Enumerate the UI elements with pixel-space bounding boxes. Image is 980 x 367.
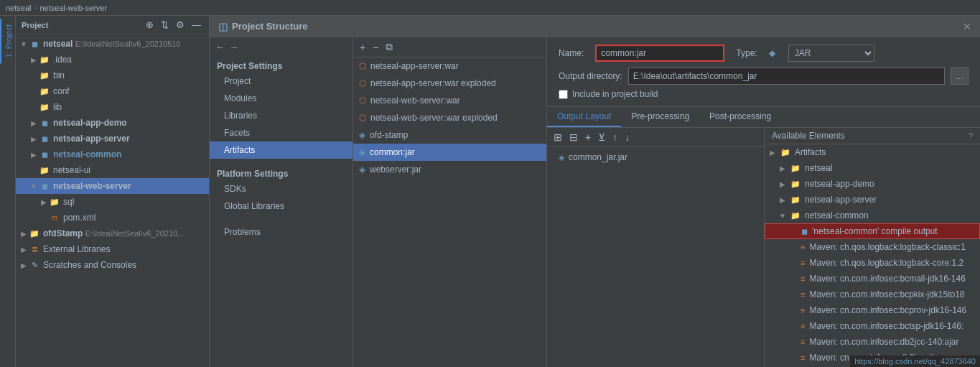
tree-conf[interactable]: 📁 conf [16, 83, 209, 99]
tree-web-server[interactable]: ▼ ◼ netseal-web-server [16, 178, 209, 194]
artifact-list: ⬡ netseal-app-server:war ⬡ netseal-app-s… [353, 57, 546, 367]
tab-preprocessing[interactable]: Pre-processing [621, 107, 699, 127]
tree-ofdstamp[interactable]: ▶ 📁 ofdStamp E:\Idea\NetSeal\v6_20210... [16, 226, 209, 241]
artifacts-arrow: ▶ [767, 149, 778, 157]
artifact-item-web-server-war-ex[interactable]: ⬡ netseal-web-server:war exploded [353, 109, 546, 126]
ps-nav-arrows: ← → [210, 37, 353, 57]
sync-icon[interactable]: ⊕ [144, 19, 156, 31]
ps-nav-artifacts[interactable]: Artifacts [210, 141, 353, 159]
ps-dialog-title: ◫ Project Structure [218, 21, 307, 32]
root-module-icon: ◼ [29, 38, 40, 50]
output-add-icon[interactable]: + [583, 131, 593, 144]
common-jar-icon: ◈ [359, 147, 365, 157]
avail-tree-app-server[interactable]: ▶ 📁 netseal-app-server [765, 192, 980, 208]
artifact-remove-button[interactable]: − [370, 41, 381, 54]
artifact-add-button[interactable]: + [358, 41, 368, 54]
output-layout-icon[interactable]: ⊞ [551, 131, 564, 144]
type-select[interactable]: JAR [788, 45, 874, 62]
avail-tree-app-demo[interactable]: ▶ 📁 netseal-app-demo [765, 176, 980, 192]
tree-external-libs[interactable]: ▶ ≣ External Libraries [16, 241, 209, 257]
ps-close-button[interactable]: ✕ [963, 21, 971, 32]
artifact-item-app-server-war[interactable]: ⬡ netseal-app-server:war [353, 57, 546, 75]
ps-nav-facets[interactable]: Facets [210, 124, 353, 141]
output-add-dir-icon[interactable]: ⊟ [567, 131, 580, 144]
artifact-item-app-server-war-ex[interactable]: ⬡ netseal-app-server:war exploded [353, 75, 546, 92]
artifact-item-common-jar[interactable]: ◈ common:jar [353, 144, 546, 161]
sort-icon[interactable]: ⇅ [159, 19, 171, 31]
sql-arrow: ▶ [39, 198, 49, 206]
output-dir-input[interactable] [628, 68, 945, 85]
include-in-build-row: Include in project build [559, 89, 969, 99]
avail-tree-bcpkix[interactable]: ≡ Maven: cn.com.infosec:bcpkix-jdk15to18 [765, 287, 980, 302]
app-server-avail-icon: 📁 [790, 195, 801, 205]
ps-nav-modules[interactable]: Modules [210, 90, 353, 107]
avail-tree-netseal[interactable]: ▶ 📁 netseal [765, 160, 980, 176]
common-label: netseal-common [53, 149, 121, 159]
output-dir-browse-button[interactable]: … [951, 68, 969, 85]
ps-nav-sdks[interactable]: SDKs [210, 180, 353, 198]
close-sidebar-icon[interactable]: — [190, 19, 203, 31]
avail-tree-artifacts[interactable]: ▶ 📁 Artifacts [765, 144, 980, 160]
ps-back-button[interactable]: ← [215, 42, 225, 52]
output-down-icon[interactable]: ↓ [622, 131, 632, 144]
type-label: Type: [736, 48, 757, 58]
tab-postprocessing[interactable]: Post-processing [699, 107, 781, 127]
avail-tree-bcprov[interactable]: ≡ Maven: cn.com.infosec:bcprov-jdk16-146 [765, 302, 980, 318]
tab-output-layout[interactable]: Output Layout [547, 107, 621, 127]
tree-pom[interactable]: m pom.xml [16, 210, 209, 226]
ps-nav-project[interactable]: Project [210, 73, 353, 90]
avail-tree-compile-output[interactable]: ◼ 'netseal-common' compile output [765, 223, 980, 239]
avail-tree-bcmail[interactable]: ≡ Maven: cn.com.infosec:bcmail-jdk16-146 [765, 271, 980, 287]
output-jar-label: common_jar.jar [569, 152, 627, 162]
artifact-item-webserver-jar[interactable]: ◈ webserver:jar [353, 161, 546, 178]
avail-tree-bctsp[interactable]: ≡ Maven: cn.com.infosec:bctsp-jdk16-146: [765, 318, 980, 334]
project-tab[interactable]: 1: Project [0, 19, 16, 63]
artifact-item-web-server-war[interactable]: ⬡ netseal-web-server:war [353, 92, 546, 109]
output-layout-left: ⊞ ⊟ + ⊻ ↑ ↓ ◈ common_jar.jar [547, 128, 765, 367]
output-up-icon[interactable]: ↑ [610, 131, 620, 144]
tree-lib[interactable]: 📁 lib [16, 99, 209, 115]
tree-root[interactable]: ▼ ◼ netseal E:\Idea\NetSeal\v6_20210510 [16, 36, 209, 52]
output-extract-icon[interactable]: ⊻ [596, 131, 607, 144]
include-in-build-checkbox[interactable] [559, 90, 568, 99]
avail-tree-netseal-common[interactable]: ▼ 📁 netseal-common [765, 208, 980, 223]
tree-app-demo[interactable]: ▶ ◼ netseal-app-demo [16, 115, 209, 131]
ps-nav-global-libs[interactable]: Global Libraries [210, 198, 353, 215]
tree-ui[interactable]: 📁 netseal-ui [16, 162, 209, 178]
tree-sql[interactable]: ▶ 📁 sql [16, 194, 209, 210]
ui-folder-icon: 📁 [39, 164, 50, 176]
url-text: https://blog.csdn.net/qq_42873640 [854, 357, 976, 366]
app-demo-avail-arrow: ▶ [778, 180, 788, 188]
web-server-label: netseal-web-server [53, 181, 131, 191]
tree-app-server[interactable]: ▶ ◼ netseal-app-server [16, 131, 209, 147]
common-arrow: ▶ [29, 151, 39, 159]
tree-idea[interactable]: ▶ 📁 .idea [16, 52, 209, 68]
avail-tree-logback-core[interactable]: ≡ Maven: ch.qos.logback:logback-core:1.2 [765, 255, 980, 271]
ui-label: netseal-ui [53, 165, 90, 175]
artifact-item-ofd-stamp[interactable]: ◈ ofd-stamp [353, 126, 546, 144]
tree-bin[interactable]: 📁 bin [16, 68, 209, 83]
sidebar-header: Project ⊕ ⇅ ⚙ — [16, 16, 209, 34]
ext-lib-label: External Libraries [43, 244, 110, 254]
output-dir-label: Output directory: [559, 71, 622, 81]
artifact-copy-button[interactable]: ⧉ [383, 40, 395, 54]
avail-tree-db2jcc[interactable]: ≡ Maven: cn.com.infosec:db2jcc-140:ajar [765, 334, 980, 350]
ps-nav-libraries[interactable]: Libraries [210, 107, 353, 124]
ps-nav-problems[interactable]: Problems [210, 223, 353, 241]
ps-forward-button[interactable]: → [229, 42, 238, 52]
output-jar-item[interactable]: ◈ common_jar.jar [547, 149, 764, 165]
netseal-arrow: ▶ [778, 164, 788, 172]
netseal-avail-label: netseal [805, 163, 833, 173]
avail-tree-logback-classic[interactable]: ≡ Maven: ch.qos.logback:logback-classic:… [765, 239, 980, 255]
gear-icon[interactable]: ⚙ [174, 19, 187, 31]
type-diamond-icon: ◆ [769, 48, 775, 58]
ps-dialog-header: ◫ Project Structure ✕ [210, 16, 980, 37]
app-server-label: netseal-app-server [53, 134, 130, 144]
webserver-jar-icon: ◈ [359, 164, 365, 175]
config-tabs: Output Layout Pre-processing Post-proces… [547, 107, 980, 128]
available-help-icon[interactable]: ? [969, 131, 973, 140]
name-input[interactable] [595, 45, 724, 62]
project-structure-dialog: ◫ Project Structure ✕ ← → Project Settin… [210, 16, 980, 367]
tree-common[interactable]: ▶ ◼ netseal-common [16, 147, 209, 162]
tree-scratches[interactable]: ▶ ✎ Scratches and Consoles [16, 257, 209, 273]
